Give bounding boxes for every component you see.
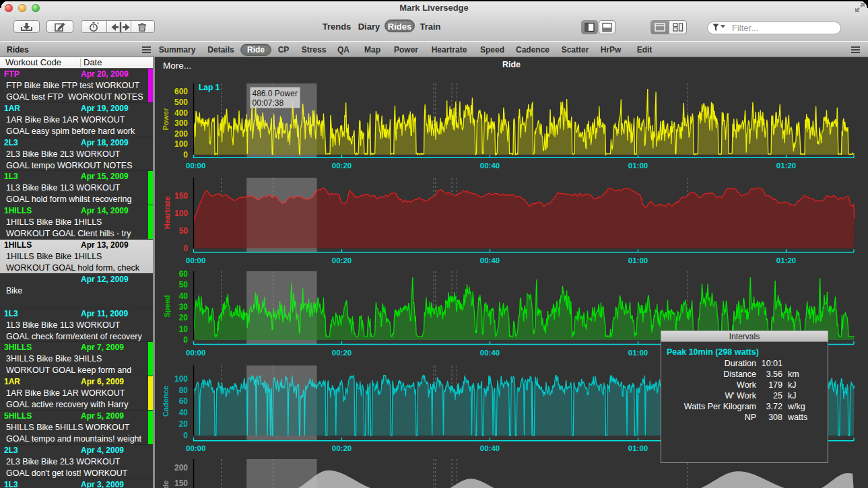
svg-text:01:20: 01:20 — [776, 256, 796, 265]
svg-text:01:20: 01:20 — [776, 162, 796, 170]
svg-text:60: 60 — [179, 269, 189, 279]
svg-text:Speed: Speed — [163, 295, 171, 317]
svg-text:200: 200 — [174, 129, 188, 139]
svg-text:300: 300 — [174, 118, 188, 128]
svg-text:Altitude: Altitude — [162, 481, 170, 488]
svg-text:50: 50 — [179, 280, 189, 289]
svg-text:00:40: 00:40 — [480, 162, 500, 170]
svg-text:200: 200 — [174, 463, 188, 473]
svg-text:150: 150 — [174, 191, 188, 201]
svg-text:00:40: 00:40 — [480, 256, 500, 265]
svg-text:00:20: 00:20 — [332, 162, 352, 170]
svg-text:20: 20 — [179, 313, 189, 322]
svg-text:01:00: 01:00 — [628, 349, 648, 357]
svg-text:00:00: 00:00 — [186, 349, 205, 357]
svg-text:486.0 Power: 486.0 Power — [253, 89, 298, 98]
svg-text:00:00: 00:00 — [186, 444, 205, 452]
svg-text:100: 100 — [174, 139, 188, 149]
svg-text:60: 60 — [179, 396, 189, 406]
svg-text:Lap 1: Lap 1 — [199, 83, 220, 92]
svg-text:80: 80 — [179, 386, 189, 395]
svg-text:30: 30 — [179, 302, 189, 312]
svg-text:500: 500 — [174, 98, 188, 107]
svg-text:150: 150 — [174, 479, 188, 488]
svg-text:00:40: 00:40 — [480, 349, 500, 357]
svg-text:0: 0 — [183, 431, 188, 440]
svg-text:10: 10 — [179, 324, 189, 334]
svg-text:01:00: 01:00 — [628, 162, 648, 170]
svg-text:00:00: 00:00 — [186, 162, 205, 170]
svg-text:00:20: 00:20 — [332, 349, 352, 357]
svg-text:0: 0 — [183, 150, 188, 160]
svg-text:Power: Power — [162, 108, 170, 131]
svg-text:00:07:38: 00:07:38 — [253, 98, 284, 108]
svg-text:400: 400 — [174, 108, 188, 118]
svg-text:00:40: 00:40 — [480, 444, 500, 452]
svg-text:20: 20 — [179, 419, 189, 429]
svg-text:00:20: 00:20 — [332, 444, 352, 452]
svg-text:01:00: 01:00 — [628, 256, 648, 265]
svg-text:0: 0 — [183, 335, 188, 345]
svg-text:50: 50 — [179, 226, 189, 236]
svg-text:40: 40 — [179, 291, 189, 301]
svg-text:100: 100 — [174, 374, 188, 384]
svg-text:00:00: 00:00 — [186, 256, 205, 265]
svg-text:Heartrate: Heartrate — [163, 197, 171, 229]
svg-text:Cadence: Cadence — [162, 386, 170, 417]
svg-text:01:00: 01:00 — [628, 444, 648, 452]
svg-text:100: 100 — [174, 209, 188, 218]
svg-text:40: 40 — [179, 408, 189, 417]
svg-text:00:20: 00:20 — [332, 256, 352, 265]
svg-text:0: 0 — [183, 244, 188, 253]
svg-text:600: 600 — [174, 87, 188, 96]
